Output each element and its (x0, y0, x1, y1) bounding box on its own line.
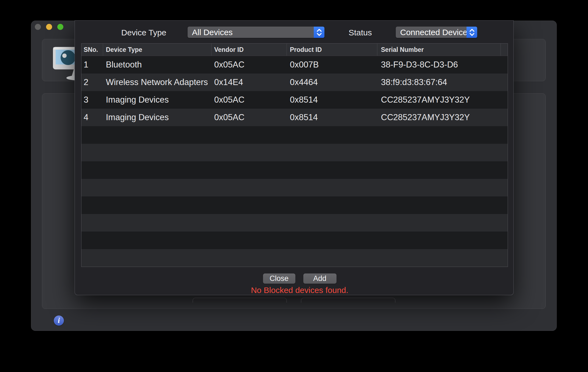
table-cell (103, 249, 211, 267)
table-cell (377, 232, 501, 249)
table-row[interactable]: 4Imaging Devices0x05AC0x8514CC285237AMYJ… (81, 109, 508, 126)
table-cell (501, 249, 508, 267)
column-header[interactable]: SNo. (81, 44, 103, 56)
table-cell: 0x05AC (211, 56, 287, 74)
table-cell (81, 232, 103, 249)
table-cell: 0x05AC (211, 91, 287, 109)
table-cell (501, 196, 508, 214)
table-cell: CC285237AMYJ3Y32Y (377, 109, 501, 126)
table-cell (81, 161, 103, 179)
table-cell: 0x14E4 (211, 74, 287, 91)
column-header[interactable]: Serial Number (377, 44, 501, 56)
table-cell (211, 214, 287, 232)
table-cell (287, 196, 377, 214)
table-cell: 38:f9:d3:83:67:64 (377, 74, 501, 91)
table-cell: 2 (81, 74, 103, 91)
table-cell (377, 161, 501, 179)
table-row[interactable]: 2Wireless Network Adapters0x14E40x446438… (81, 74, 508, 91)
hidden-control-peek (301, 298, 395, 303)
chevron-up-down-icon (314, 27, 324, 38)
hidden-control-peek (193, 298, 287, 303)
table-cell (211, 179, 287, 196)
table-cell (211, 249, 287, 267)
table-cell (81, 179, 103, 196)
table-cell (103, 161, 211, 179)
table-cell: Imaging Devices (103, 109, 211, 126)
table-cell (103, 179, 211, 196)
table-cell (81, 126, 103, 144)
table-cell (501, 109, 508, 126)
table-cell (377, 179, 501, 196)
table-row-empty[interactable] (81, 214, 508, 232)
devices-table: SNo.Device TypeVendor IDProduct IDSerial… (81, 43, 508, 267)
table-cell (81, 196, 103, 214)
table-cell (287, 126, 377, 144)
table-cell: CC285237AMYJ3Y32Y (377, 91, 501, 109)
window-minimize-button[interactable] (46, 24, 52, 30)
column-header[interactable]: Device Type (103, 44, 211, 56)
table-cell (103, 232, 211, 249)
table-cell: 0x05AC (211, 109, 287, 126)
table-row[interactable]: 3Imaging Devices0x05AC0x8514CC285237AMYJ… (81, 91, 508, 109)
table-cell (103, 196, 211, 214)
table-cell (501, 214, 508, 232)
table-cell (103, 214, 211, 232)
table-cell (501, 74, 508, 91)
close-button[interactable]: Close (263, 274, 295, 284)
status-select[interactable]: Connected Devices (396, 27, 477, 38)
table-row-empty[interactable] (81, 126, 508, 144)
table-cell (287, 161, 377, 179)
device-type-select[interactable]: All Devices (188, 27, 324, 38)
table-cell (211, 144, 287, 161)
table-row-empty[interactable] (81, 196, 508, 214)
column-header-spacer (501, 44, 508, 56)
table-cell (377, 196, 501, 214)
table-row-empty[interactable] (81, 179, 508, 196)
table-cell (287, 214, 377, 232)
device-type-label: Device Type (121, 28, 166, 37)
table-row-empty[interactable] (81, 249, 508, 267)
info-button[interactable]: i (54, 315, 64, 326)
table-cell (103, 144, 211, 161)
table-cell: 4 (81, 109, 103, 126)
table-header-row: SNo.Device TypeVendor IDProduct IDSerial… (81, 44, 508, 56)
table-cell: Imaging Devices (103, 91, 211, 109)
table-cell (287, 144, 377, 161)
table-cell (377, 214, 501, 232)
status-selected-value: Connected Devices (396, 27, 477, 38)
window-zoom-button[interactable] (57, 24, 63, 30)
table-cell (81, 214, 103, 232)
table-cell (501, 232, 508, 249)
table-cell (501, 91, 508, 109)
table-cell (501, 161, 508, 179)
table-cell (377, 126, 501, 144)
table-cell: 0x007B (287, 56, 377, 74)
table-cell (287, 179, 377, 196)
table-cell: 0x8514 (287, 109, 377, 126)
table-cell (501, 179, 508, 196)
table-cell: Bluetooth (103, 56, 211, 74)
table-cell (103, 126, 211, 144)
status-label: Status (349, 28, 372, 37)
column-header[interactable]: Vendor ID (211, 44, 287, 56)
table-row[interactable]: 1Bluetooth0x05AC0x007B38-F9-D3-8C-D3-D6 (81, 56, 508, 74)
window-close-button[interactable] (35, 24, 41, 30)
table-cell (377, 249, 501, 267)
table-cell (211, 196, 287, 214)
table-cell (501, 144, 508, 161)
table-row-empty[interactable] (81, 232, 508, 249)
device-type-selected-value: All Devices (188, 27, 324, 38)
table-row-empty[interactable] (81, 144, 508, 161)
table-cell (211, 232, 287, 249)
status-message: No Blocked devices found. (80, 286, 519, 295)
table-cell: Wireless Network Adapters (103, 74, 211, 91)
table-cell: 0x4464 (287, 74, 377, 91)
add-button[interactable]: Add (303, 274, 337, 284)
table-cell (81, 249, 103, 267)
chevron-up-down-icon (467, 27, 477, 38)
column-header[interactable]: Product ID (287, 44, 377, 56)
table-row-empty[interactable] (81, 161, 508, 179)
table-cell: 0x8514 (287, 91, 377, 109)
table-cell (211, 161, 287, 179)
table-cell (501, 56, 508, 74)
